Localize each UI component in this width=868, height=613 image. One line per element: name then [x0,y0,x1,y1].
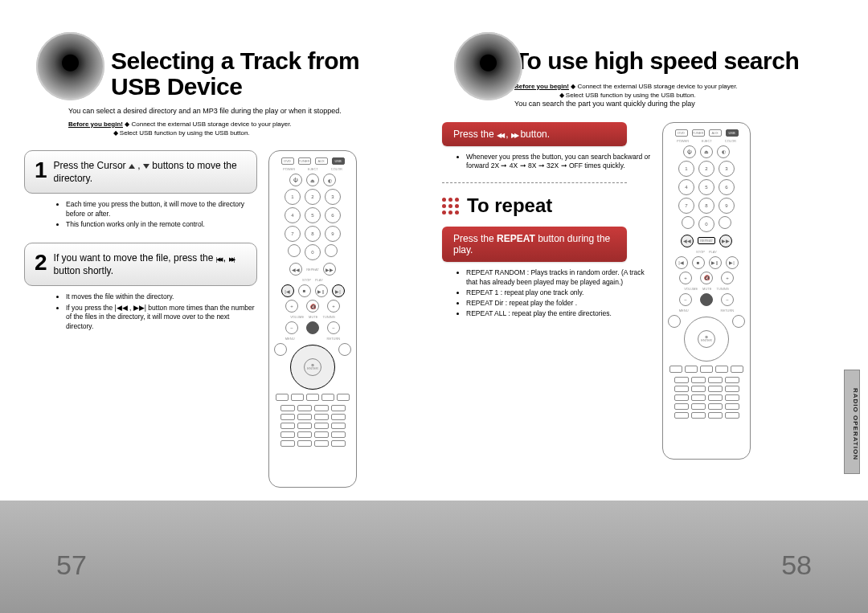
step-2-notes: It moves the file within the directory. … [58,292,257,331]
remote-lbl-eject: EJECT [308,167,318,171]
remote-ff: ▶▶ [323,263,336,276]
step-2-number: 2 [35,251,47,274]
remote-mute: 🔇 [306,300,319,313]
step-2-text: If you want to move the file, press the … [54,251,247,277]
step-1-notes: Each time you press the button, it will … [58,200,257,229]
cursor-up-icon [129,160,135,171]
before-label-right: Before you begin! [514,83,569,90]
remote-num-6: 6 [325,207,341,223]
remote-rw: ◀◀ [289,263,302,276]
remote2-rw-highlight: ◀◀ [681,235,694,247]
before-item-r2: Select USB function by using the USB but… [566,92,696,99]
remote-num-3: 3 [325,189,341,205]
remote-num-8: 8 [305,226,321,242]
page-title-left: Selecting a Track from USB Device [111,48,410,99]
remote2-src-aux: AUX [709,129,722,137]
dashed-divider [442,182,627,183]
remote-control: DVD TUNER AUX USB POWER EJECT COLOR ⏻⏏◐ … [268,150,357,488]
speaker-graphic-right [454,32,522,100]
step-1-card: 1 Press the Cursor , buttons to move the… [24,150,257,194]
speaker-graphic [36,32,104,100]
step-1-note-2: This function works only in the remote c… [66,220,257,229]
repeat-heading: To repeat [442,194,651,217]
remote2-src-tuner: TUNER [692,129,705,137]
cursor-down-icon [143,160,149,171]
remote-b3 [306,394,319,401]
remote-lbl-color: COLOR [331,167,342,171]
remote-tun-up: + [327,300,340,313]
remote-b5 [337,394,350,401]
remote2-src-dvd: DVD [675,129,688,137]
remote-b4 [321,394,334,401]
step-1-text: Press the Cursor , buttons to move the d… [54,159,247,185]
remote-num-1: 1 [285,189,301,205]
remote2-dpad: ⦿ENTER [684,317,729,362]
page-58: To use high speed search Before you begi… [434,0,868,613]
repeat-note-4: REPEAT ALL : repeat play the entire dire… [466,309,651,319]
remote-skip-next-highlight: ▶| [332,284,345,297]
remote-illustration-right: DVD TUNER AUX USB POWER EJECT COLOR ⏻⏏◐ … [662,122,751,460]
remote-lbl-power: POWER [283,167,295,171]
remote2-src-usb: USB [726,129,739,137]
remote-b1 [276,394,289,401]
skip-next-icon [229,252,234,264]
remote-enter: ⦿ENTER [304,358,321,376]
remote-play: ▶|| [315,284,328,297]
remote-skip-prev-highlight: |◀ [281,284,294,297]
remote-stop: ■ [298,284,311,297]
remote-menu [274,343,287,356]
action-bar-repeat: Press the REPEAT button during the play. [442,227,627,262]
remote-num-7: 7 [285,226,301,242]
step-2-note-1: It moves the file within the directory. [66,292,257,301]
remote-return [338,343,351,356]
before-you-begin-left: Before you begin! ◆ Connect the external… [68,120,410,137]
repeat-note-1: REPEAT RANDOM : Plays tracks in random o… [466,268,651,288]
step-2-card: 2 If you want to move the file, press th… [24,243,257,286]
remote-btn-b [325,244,338,257]
remote-src-tuner: TUNER [298,157,311,165]
repeat-note-2: REPEAT 1 : repeat play one track only. [466,288,651,298]
remote-illustration-left: DVD TUNER AUX USB POWER EJECT COLOR ⏻⏏◐ … [268,150,357,488]
remote-num-0: 0 [305,244,321,260]
before-label: Before you begin! [68,121,123,128]
remote-mute2 [306,321,319,334]
intro-text-left: You can select a desired directory and a… [68,107,410,116]
before-item-1: Connect the external USB storage device … [131,121,291,128]
fastforward-icon [511,129,518,140]
remote-control-right: DVD TUNER AUX USB POWER EJECT COLOR ⏻⏏◐ … [662,122,751,460]
remote-dpad-highlight: ⦿ENTER [290,345,335,390]
remote-tun-dn: − [327,321,340,334]
repeat-button-label: REPEAT [497,233,535,244]
remote-num-9: 9 [325,226,341,242]
page-57: Selecting a Track from USB Device You ca… [0,0,434,613]
step-1-number: 1 [35,159,47,182]
remote-num-2: 2 [305,189,321,205]
action-bar-search: Press the , button. [442,122,627,146]
repeat-notes: REPEAT RANDOM : Plays tracks in random o… [458,268,651,318]
remote2-ff-highlight: ▶▶ [719,235,732,247]
page-title-right: To use high speed search [514,48,828,74]
remote-color: ◐ [323,174,336,186]
before-item-r1: Connect the external USB storage device … [577,83,737,90]
before-you-begin-right: Before you begin! ◆ Connect the external… [514,82,828,100]
remote-num-4: 4 [285,207,301,223]
remote-b2 [291,394,304,401]
rewind-icon [497,129,503,140]
step-2-note-2: If you press the |◀◀ , ▶▶| button more t… [66,304,257,331]
section-tab-radio-operation: RADIO OPERATION [844,370,860,474]
search-note-1: Whenever you press the button, you can s… [466,153,651,172]
remote-vol-up: + [285,300,298,313]
remote-src-usb: USB [332,157,345,165]
remote-src-dvd: DVD [281,157,294,165]
search-notes: Whenever you press the button, you can s… [458,153,651,172]
remote-num-5: 5 [305,207,321,223]
remote-src-aux: AUX [315,157,328,165]
intro-text-right: You can search the part you want quickly… [514,100,828,109]
before-item-2: Select USB function by using the USB but… [120,129,250,137]
repeat-note-3: REPEAT Dir : repeat play the folder . [466,299,651,309]
remote2-repeat-highlight: REPEAT [698,237,715,244]
remote-btn-a [288,244,301,257]
remote2-bottom-grid [674,377,739,419]
remote-bottom-grid [280,405,346,447]
remote-vol-dn: − [285,321,298,334]
